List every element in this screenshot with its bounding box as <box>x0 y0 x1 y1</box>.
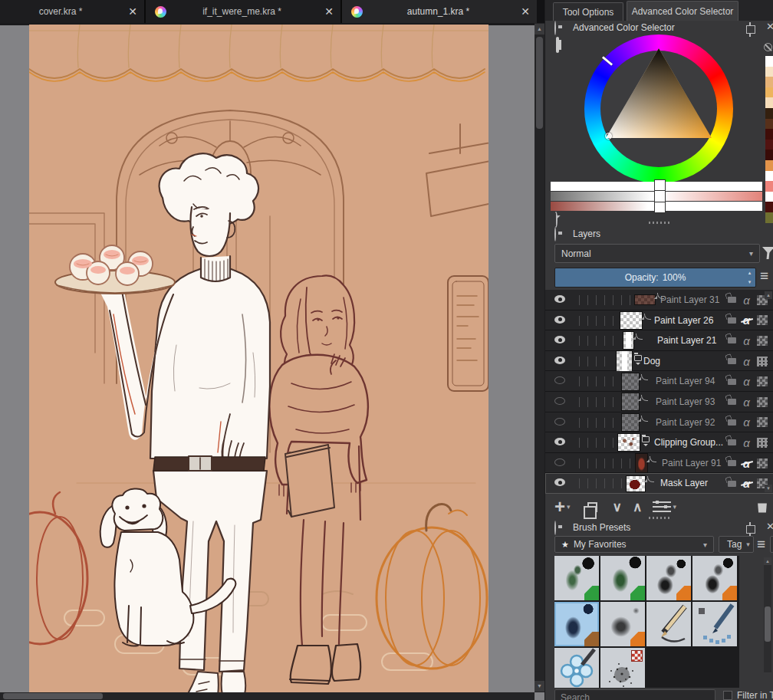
spin-up-icon[interactable]: ▴ <box>745 270 754 276</box>
layer-thumbnail[interactable] <box>622 393 639 410</box>
layer-row[interactable]: Paint Layer 92 α <box>545 412 773 433</box>
brush-preset[interactable] <box>600 556 645 600</box>
layer-scroll-up-icon[interactable]: ▲ <box>765 291 772 299</box>
visibility-eye-icon[interactable] <box>554 336 568 346</box>
visibility-eye-icon[interactable] <box>554 357 568 366</box>
close-icon[interactable]: ✕ <box>766 21 773 31</box>
history-swatch[interactable] <box>765 140 773 150</box>
history-swatch[interactable] <box>765 150 773 160</box>
brush-preset-selected[interactable] <box>554 602 599 646</box>
alpha-lock-icon[interactable] <box>757 376 768 386</box>
close-icon[interactable]: ✕ <box>514 5 537 18</box>
inherit-alpha-icon[interactable]: α <box>742 437 752 449</box>
passthrough-icon[interactable] <box>757 438 768 448</box>
move-layer-down-button[interactable]: ∨ <box>613 499 622 515</box>
history-swatch[interactable] <box>765 97 773 108</box>
history-swatch[interactable] <box>765 129 773 140</box>
inherit-alpha-icon[interactable]: α <box>742 396 752 408</box>
close-icon[interactable]: ✕ <box>766 521 773 531</box>
chevron-down-icon[interactable]: ▾ <box>673 503 676 511</box>
visibility-eye-icon[interactable] <box>554 458 568 468</box>
layer-row[interactable]: Dog α <box>545 351 773 372</box>
layer-thumbnail[interactable] <box>618 434 640 451</box>
close-icon[interactable]: ✕ <box>121 5 144 18</box>
preset-view-button[interactable]: ⋮ <box>770 536 773 553</box>
filter-in-tag-checkbox[interactable] <box>723 691 732 700</box>
alpha-lock-icon[interactable] <box>757 315 768 325</box>
passthrough-icon[interactable] <box>757 357 768 366</box>
lock-icon[interactable] <box>728 399 736 405</box>
chevron-down-icon[interactable]: ▾ <box>567 503 571 511</box>
scrollbar-handle[interactable] <box>3 693 103 699</box>
lock-icon[interactable] <box>728 317 736 324</box>
inherit-alpha-icon[interactable]: α <box>742 458 752 469</box>
splitter-handle[interactable] <box>649 517 672 519</box>
brush-preset[interactable] <box>646 556 691 600</box>
tab-autumn-1[interactable]: autumn_1.kra * ✕ <box>342 0 538 23</box>
inherit-alpha-icon[interactable]: α <box>742 416 752 428</box>
refresh-history-icon[interactable] <box>554 213 558 227</box>
history-swatch[interactable] <box>765 77 773 87</box>
lock-icon[interactable] <box>728 481 736 487</box>
scroll-down-icon[interactable]: ▼ <box>535 681 544 692</box>
blend-mode-dropdown[interactable]: Normal ▾ <box>554 244 760 263</box>
layer-thumbnail[interactable] <box>617 351 632 371</box>
selector-settings-icon[interactable] <box>556 38 559 52</box>
inherit-alpha-icon[interactable]: α <box>742 335 752 347</box>
lock-icon[interactable] <box>728 419 736 426</box>
hsv-triangle[interactable] <box>584 35 733 183</box>
layer-thumbnail[interactable] <box>623 332 633 349</box>
visibility-eye-icon[interactable] <box>554 295 568 305</box>
lock-icon[interactable] <box>728 439 736 445</box>
layer-thumbnail[interactable] <box>635 295 655 304</box>
layer-row[interactable]: Paint Layer 31 α <box>545 290 773 311</box>
layer-thumbnail[interactable] <box>622 414 639 431</box>
scroll-up-icon[interactable]: ▲ <box>535 24 544 35</box>
float-docker-icon[interactable] <box>749 523 751 537</box>
layer-properties-button[interactable]: ▾ <box>653 501 676 512</box>
inherit-alpha-icon[interactable]: α <box>742 356 752 367</box>
tag-filter-dropdown[interactable]: ★ My Favorites ▾ <box>554 536 714 553</box>
visibility-eye-icon[interactable] <box>554 478 568 488</box>
layers-menu-icon[interactable]: ≡ <box>760 268 768 283</box>
layer-thumbnail[interactable] <box>636 454 647 472</box>
color-wheel[interactable] <box>584 35 733 183</box>
layer-thumbnail[interactable] <box>620 312 642 329</box>
move-layer-up-button[interactable]: ∧ <box>633 499 642 515</box>
lock-icon[interactable] <box>728 337 736 343</box>
layer-row[interactable]: Paint Layer 94 α <box>545 371 773 392</box>
history-swatch[interactable] <box>765 119 773 130</box>
brush-preset[interactable] <box>692 556 737 600</box>
docker-lock-icon[interactable] <box>554 228 556 242</box>
lock-icon[interactable] <box>728 297 736 303</box>
search-input[interactable] <box>554 689 715 700</box>
visibility-eye-icon[interactable] <box>554 418 568 428</box>
history-swatch[interactable] <box>765 160 773 171</box>
alpha-lock-icon[interactable] <box>757 417 768 427</box>
layer-row[interactable]: Paint Layer 93 α <box>545 392 773 412</box>
tab-tool-options[interactable]: Tool Options <box>553 2 623 21</box>
layer-row[interactable]: Paint Layer 91 α <box>545 453 773 474</box>
presets-menu-icon[interactable]: ≡ <box>757 537 765 551</box>
visibility-eye-icon[interactable] <box>554 438 568 448</box>
splitter-handle[interactable] <box>649 222 672 224</box>
brush-preset[interactable] <box>554 648 599 688</box>
inherit-alpha-icon[interactable]: α <box>742 294 752 306</box>
docker-lock-icon[interactable] <box>554 521 556 535</box>
scroll-up-icon[interactable]: ▲ <box>764 557 771 565</box>
tab-cover[interactable]: cover.kra * ✕ <box>0 0 146 23</box>
canvas-horizontal-scrollbar[interactable] <box>0 692 535 700</box>
brush-preset[interactable] <box>692 602 737 646</box>
inherit-alpha-icon[interactable]: α <box>742 478 752 489</box>
history-swatch[interactable] <box>765 87 773 98</box>
inherit-alpha-icon[interactable]: α <box>742 376 752 387</box>
visibility-eye-icon[interactable] <box>554 376 568 386</box>
lock-icon[interactable] <box>728 358 736 364</box>
preset-scrollbar[interactable]: ▲ <box>764 557 771 672</box>
shade-strip-handle[interactable] <box>655 180 665 212</box>
delete-layer-button[interactable] <box>757 501 768 513</box>
layer-row[interactable]: Mask Layer α <box>545 473 773 494</box>
spin-down-icon[interactable]: ▾ <box>745 279 754 285</box>
history-swatch[interactable] <box>765 181 773 192</box>
tab-if-it-were-me[interactable]: if_it_were_me.kra * ✕ <box>146 0 342 23</box>
